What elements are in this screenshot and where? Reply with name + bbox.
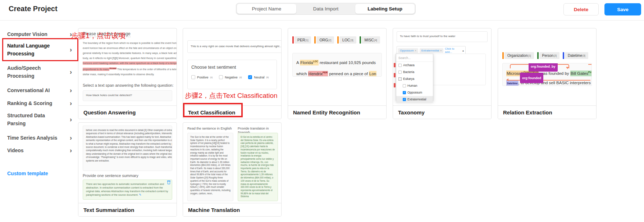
chip-oppossum[interactable]: Oppossum <box>398 48 418 53</box>
checkbox-icon[interactable] <box>403 84 406 87</box>
template-card-taxonomy[interactable]: To have faith is to trust yourself to th… <box>393 28 492 119</box>
taxonomy-option-archaea[interactable]: Archaea <box>396 62 433 69</box>
sidebar-item-time-series-analysis[interactable]: Time Series Analysis <box>7 134 72 142</box>
collapse-icon[interactable] <box>398 77 402 81</box>
checkbox-checked-icon[interactable] <box>248 75 252 79</box>
ner-entity-hendrix: HendrixPER <box>308 71 328 77</box>
ner-entity-florida: FloridaLOC <box>300 60 318 65</box>
taxonomy-option-eukarya[interactable]: Eukarya <box>396 76 433 82</box>
custom-template-link[interactable]: Custom template <box>7 171 48 176</box>
template-card-named-entity-recognition[interactable]: PER[1] ORG[2] LOC[3] MISC[4] A FloridaLO… <box>288 28 387 119</box>
re-preview: Organization[1] Person[2] Datetime[3] Mi… <box>498 28 596 105</box>
tab-project-name[interactable]: Project Name <box>237 4 296 14</box>
sidebar-item-label: Conversational AI <box>7 86 59 94</box>
tag-organization[interactable]: Organization[1] <box>502 52 534 59</box>
taxonomy-dropdown: Archaea Bacteria Eukarya Human Oppossum … <box>396 54 433 101</box>
qa-preview: Please read the passage The boundary of … <box>78 28 177 105</box>
checkbox-icon[interactable] <box>398 71 402 74</box>
taxonomy-option-oppossum[interactable]: Oppossum <box>396 89 433 96</box>
taxonomy-option-extraterrestial[interactable]: Extraterrestial <box>396 96 433 103</box>
tag-label: MISC <box>365 38 374 42</box>
choice-neutral[interactable]: Neutral[3] <box>248 75 269 79</box>
option-label: Eukarya <box>403 77 414 81</box>
ner-text: penned on a piece of <box>328 72 369 76</box>
card-title: Machine Translation <box>183 203 281 216</box>
tag-loc[interactable]: LOC[3] <box>337 36 356 44</box>
template-card-machine-translation[interactable]: Read the sentence in English Provide tra… <box>183 122 282 217</box>
ner-sentence-box: A FloridaLOC restaurant paid 10,925 poun… <box>292 53 382 77</box>
choice-positive[interactable]: Positive[1] <box>191 75 213 79</box>
ner-line1: A FloridaLOC restaurant paid 10,925 poun… <box>296 56 378 68</box>
summary-text: There are two approaches to automatic su… <box>86 183 168 196</box>
tag-person[interactable]: Person[2] <box>537 52 559 59</box>
re-text: was founded by <box>539 71 570 76</box>
card-title: Named Entity Recognition <box>288 105 386 119</box>
sidebar-item-conversational-ai[interactable]: Conversational AI <box>7 86 72 94</box>
tag-hotkey: [2] <box>554 54 557 57</box>
tc-preview: This is a very right on case movie that … <box>183 28 281 105</box>
choice-hotkey: [2] <box>239 76 242 78</box>
card-title: Text Classification <box>183 105 281 119</box>
tab-data-import[interactable]: Data Import <box>296 4 356 14</box>
tab-labeling-setup[interactable]: Labeling Setup <box>355 4 415 14</box>
template-card-text-summarization[interactable]: before one chooses to read the entire do… <box>78 122 177 217</box>
sidebar-item-videos[interactable]: Videos <box>7 146 72 154</box>
entity-tag-label: LOC <box>313 60 318 63</box>
choice-label: Positive <box>197 76 209 79</box>
checkbox-checked-icon[interactable] <box>403 91 406 94</box>
qa-instruction: Please read the passage <box>83 31 131 36</box>
tag-per[interactable]: PER[1] <box>292 36 311 44</box>
remove-icon[interactable] <box>440 49 442 52</box>
sidebar-item-natural-language-processing[interactable]: Natural Language Processing <box>7 42 72 58</box>
edit-pencil-icon[interactable] <box>139 193 141 196</box>
chip-label: Oppossum <box>400 49 414 52</box>
tag-color-bar <box>537 52 539 59</box>
tag-label: ORG <box>319 38 328 42</box>
tag-label: Person <box>542 54 554 58</box>
summarization-preview: before one chooses to read the entire do… <box>78 123 177 203</box>
tag-datetime[interactable]: Datetime[3] <box>563 52 588 59</box>
taxonomy-preview: To have faith is to trust yourself to th… <box>393 28 491 105</box>
relation-badge-founded-by: org:founded_by <box>529 63 558 72</box>
chevron-right-icon <box>70 31 72 38</box>
template-card-relation-extraction[interactable]: Organization[1] Person[2] Datetime[3] Mi… <box>498 28 597 119</box>
save-button[interactable]: Save <box>604 3 641 15</box>
sidebar-item-computer-vision[interactable]: Computer Vision <box>7 30 72 38</box>
taxonomy-option-bacteria[interactable]: Bacteria <box>396 69 433 76</box>
card-title: Taxonomy <box>393 105 491 119</box>
checkbox-icon[interactable] <box>219 75 223 79</box>
sidebar-item-ranking-scoring[interactable]: Ranking & Scoring <box>7 99 72 107</box>
taxonomy-search-input[interactable] <box>396 55 433 62</box>
re-tag-row: Organization[1] Person[2] Datetime[3] <box>502 52 588 59</box>
sidebar-item-label: Computer Vision <box>7 30 59 38</box>
wizard-tabs: Project Name Data Import Labeling Setup <box>236 3 416 15</box>
taxonomy-add-button[interactable]: Click to add... <box>445 47 464 54</box>
tag-misc[interactable]: MISC[4] <box>360 36 380 44</box>
template-card-question-answering[interactable]: Please read the passage The boundary of … <box>78 28 177 119</box>
taxonomy-option-human[interactable]: Human <box>396 82 433 89</box>
card-title: Relation Extraction <box>498 105 596 119</box>
sidebar-item-label: Videos <box>7 146 59 154</box>
remove-icon[interactable] <box>415 49 416 52</box>
occluded-tag-fragment <box>394 83 396 87</box>
tc-prompt: Choose text sentiment <box>191 65 273 70</box>
trash-icon[interactable] <box>167 181 170 184</box>
template-category-sidebar: Computer Vision Natural Language Process… <box>7 20 72 214</box>
checkbox-icon[interactable] <box>191 75 195 79</box>
sidebar-item-audio-speech-processing[interactable]: Audio/Speech Processing <box>7 64 72 80</box>
tag-color-bar <box>502 52 504 59</box>
ner-text: restaurant paid 10,925 pounds <box>319 60 376 65</box>
tag-org[interactable]: ORG[2] <box>314 36 334 44</box>
choice-negative[interactable]: Negative[2] <box>219 75 242 79</box>
checkbox-checked-icon[interactable] <box>403 98 406 101</box>
template-card-text-classification[interactable]: This is a very right on case movie that … <box>183 28 282 119</box>
delete-button[interactable]: Delete <box>563 3 599 15</box>
checkbox-icon[interactable] <box>398 64 402 67</box>
chip-extraterrestial[interactable]: Extraterrestial <box>420 48 443 53</box>
entity-tag-label: Datetime <box>507 82 518 85</box>
re-line2: Datetime, to develop and sell BASIC inte… <box>506 78 588 86</box>
entity-tag-label: PER <box>323 71 328 74</box>
relation-line-offscreen <box>588 64 592 65</box>
sidebar-item-structured-data-parsing[interactable]: Structured Data Parsing <box>7 112 72 127</box>
card-title: Question Answering <box>78 105 177 119</box>
